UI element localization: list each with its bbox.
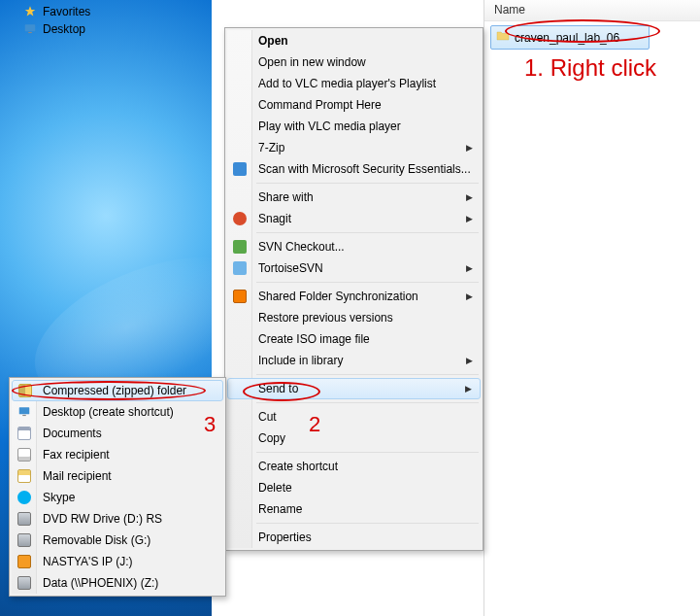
submenu-arrow-icon: ▶ <box>466 214 473 223</box>
sendto-item-label: DVD RW Drive (D:) RS <box>43 512 202 526</box>
annotation-step2: 2 <box>309 412 320 437</box>
ctx-item-label: Include in library <box>258 354 459 367</box>
context-menu-separator <box>256 402 479 403</box>
column-header-name[interactable]: Name <box>484 0 700 21</box>
sendto-item-label: Fax recipient <box>43 448 202 462</box>
context-menu-separator <box>256 374 479 375</box>
submenu-arrow-icon: ▶ <box>466 291 473 301</box>
sendto-item-label: Desktop (create shortcut) <box>43 405 202 419</box>
ctx-item-play-with-vlc-media-player[interactable]: Play with VLC media player <box>227 116 481 137</box>
sendto-item-data-phoenix-z[interactable]: Data (\\PHOENIX) (Z:) <box>12 572 223 594</box>
sendto-item-label: Skype <box>43 491 202 504</box>
ctx-item-add-to-vlc-media-player-s-playlist[interactable]: Add to VLC media player's Playlist <box>227 73 481 94</box>
file-list-pane: Name craven_paul_lab_06 <box>483 0 700 616</box>
ctx-item-label: Share with <box>258 190 459 204</box>
ctx-item-shared-folder-synchronization[interactable]: Shared Folder Synchronization▶ <box>227 286 481 307</box>
ctx-item-share-with[interactable]: Share with▶ <box>227 187 481 208</box>
nav-favorites[interactable]: Favorites <box>0 2 96 21</box>
ctx-item-label: Create ISO image file <box>258 332 459 346</box>
desktop-icon <box>17 404 32 420</box>
sendto-item-label: Data (\\PHOENIX) (Z:) <box>43 576 202 590</box>
ctx-item-command-prompt-here[interactable]: Command Prompt Here <box>227 94 481 116</box>
sendto-item-nastya-s-ip-j[interactable]: NASTYA'S IP (J:) <box>12 551 223 572</box>
context-menu-separator <box>256 282 479 283</box>
sendto-item-mail-recipient[interactable]: Mail recipient <box>12 465 223 487</box>
ctx-item-label: Delete <box>258 481 459 495</box>
ctx-item-create-shortcut[interactable]: Create shortcut <box>227 456 481 477</box>
drive-orange-icon <box>17 554 32 569</box>
svg-rect-1 <box>28 32 32 33</box>
ctx-item-properties[interactable]: Properties <box>227 527 481 548</box>
ctx-item-tortoisesvn[interactable]: TortoiseSVN▶ <box>227 257 481 279</box>
context-menu-separator <box>256 232 479 233</box>
svg-rect-3 <box>22 415 26 416</box>
context-menu-separator <box>256 523 479 524</box>
svn-checkout-icon <box>232 239 248 255</box>
nav-desktop-label: Desktop <box>43 22 85 36</box>
mail-icon <box>17 468 32 484</box>
ctx-item-label: Shared Folder Synchronization <box>258 290 459 303</box>
sendto-item-label: Documents <box>43 427 202 440</box>
skype-icon <box>17 490 32 505</box>
sendto-item-fax-recipient[interactable]: Fax recipient <box>12 444 223 465</box>
ctx-item-label: Command Prompt Here <box>258 98 459 112</box>
ctx-item-label: Cut <box>258 410 459 424</box>
ctx-item-create-iso-image-file[interactable]: Create ISO image file <box>227 328 481 350</box>
ctx-item-label: SVN Checkout... <box>258 240 459 254</box>
column-header-label: Name <box>494 3 525 17</box>
context-menu-separator <box>256 452 479 453</box>
ctx-item-cut[interactable]: Cut <box>227 406 481 428</box>
ctx-item-label: TortoiseSVN <box>258 261 459 275</box>
tortoise-icon <box>232 260 248 276</box>
drive-icon <box>17 575 32 591</box>
context-menu-separator <box>256 183 479 184</box>
sendto-item-skype[interactable]: Skype <box>12 487 223 508</box>
ctx-item-label: Create shortcut <box>258 460 459 473</box>
nav-desktop[interactable]: Desktop <box>0 19 91 39</box>
ctx-item-include-in-library[interactable]: Include in library▶ <box>227 350 481 371</box>
submenu-arrow-icon: ▶ <box>466 263 473 273</box>
star-icon <box>23 5 37 18</box>
sendto-item-removable-disk-g[interactable]: Removable Disk (G:) <box>12 530 223 551</box>
ctx-item-label: Copy <box>258 431 459 445</box>
ctx-item-restore-previous-versions[interactable]: Restore previous versions <box>227 307 481 328</box>
ctx-item-label: Open <box>258 34 459 48</box>
file-item-selected[interactable]: craven_paul_lab_06 <box>490 25 650 50</box>
ctx-item-rename[interactable]: Rename <box>227 498 481 520</box>
context-menu-sendto: Compressed (zipped) folderDesktop (creat… <box>9 377 226 597</box>
sendto-item-label: NASTYA'S IP (J:) <box>43 555 202 568</box>
ctx-item-label: Play with VLC media player <box>258 120 459 133</box>
snagit-orange-icon <box>232 211 248 226</box>
ctx-item-7-zip[interactable]: 7-Zip▶ <box>227 137 481 158</box>
ctx-item-scan-with-microsoft-security-essentials[interactable]: Scan with Microsoft Security Essentials.… <box>227 158 481 180</box>
sync-orange-icon <box>232 289 248 304</box>
ctx-item-open-in-new-window[interactable]: Open in new window <box>227 51 481 73</box>
ctx-item-svn-checkout[interactable]: SVN Checkout... <box>227 236 481 257</box>
fax-icon <box>17 447 32 462</box>
shield-blue-icon <box>232 161 248 177</box>
sendto-item-dvd-rw-drive-d-rs[interactable]: DVD RW Drive (D:) RS <box>12 508 223 530</box>
ctx-item-snagit[interactable]: Snagit▶ <box>227 208 481 229</box>
ctx-item-label: Add to VLC media player's Playlist <box>258 77 459 90</box>
nav-favorites-label: Favorites <box>43 5 90 18</box>
drive-icon <box>17 532 32 548</box>
annotation-step1: 1. Right click <box>524 54 656 82</box>
ctx-item-label: Scan with Microsoft Security Essentials.… <box>258 162 471 176</box>
explorer-nav-pane <box>212 0 483 29</box>
ctx-item-open[interactable]: Open <box>227 30 481 51</box>
sendto-item-desktop-create-shortcut[interactable]: Desktop (create shortcut) <box>12 401 223 423</box>
ctx-item-label: Snagit <box>258 212 459 225</box>
ctx-item-copy[interactable]: Copy <box>227 428 481 449</box>
ctx-item-send-to[interactable]: Send to▶ <box>227 378 481 399</box>
sendto-item-label: Removable Disk (G:) <box>43 533 202 547</box>
doc-icon <box>17 426 32 441</box>
folder-icon <box>495 28 511 47</box>
sendto-item-compressed-zipped-folder[interactable]: Compressed (zipped) folder <box>12 380 223 401</box>
ctx-item-delete[interactable]: Delete <box>227 477 481 498</box>
sendto-item-label: Mail recipient <box>43 469 202 483</box>
submenu-arrow-icon: ▶ <box>466 356 473 365</box>
ctx-item-label: 7-Zip <box>258 141 459 154</box>
ctx-item-label: Send to <box>258 382 459 395</box>
sendto-item-label: Compressed (zipped) folder <box>43 384 202 397</box>
sendto-item-documents[interactable]: Documents <box>12 423 223 444</box>
